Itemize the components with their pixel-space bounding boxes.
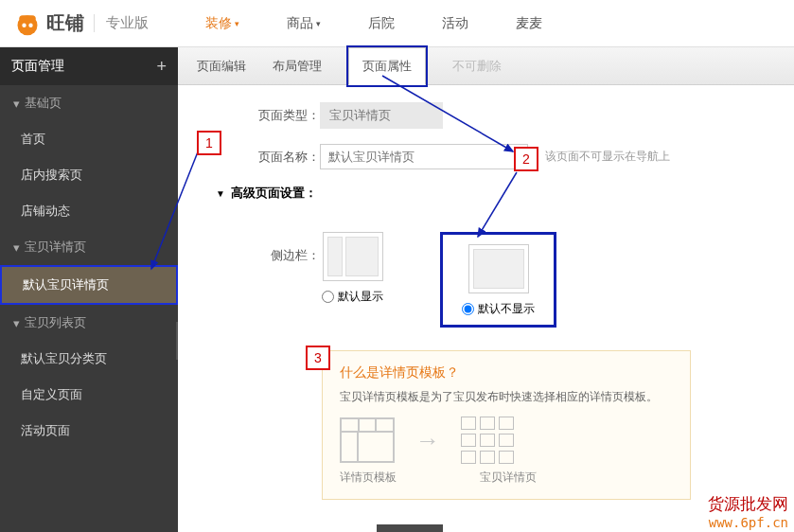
- watermark: 货源批发网 www.6pf.cn: [708, 493, 788, 530]
- arrow-right-icon: →: [415, 426, 440, 455]
- layout-option-show[interactable]: 默认显示: [322, 232, 383, 328]
- logo-icon: [14, 10, 41, 37]
- brand-text: 旺铺: [46, 10, 84, 36]
- svg-point-3: [28, 23, 32, 27]
- topnav-decorate[interactable]: 装修▾: [205, 15, 239, 32]
- callout-1: 1: [197, 131, 221, 155]
- layout-preview-with-sidebar: [323, 232, 383, 281]
- info-panel: 什么是详情页模板？ 宝贝详情页模板是为了宝贝发布时快速选择相应的详情页模板。 →…: [322, 350, 691, 500]
- info-text: 宝贝详情页模板是为了宝贝发布时快速选择相应的详情页模板。: [340, 389, 673, 405]
- add-page-icon[interactable]: +: [156, 57, 167, 77]
- topnav-backyard[interactable]: 后院: [368, 15, 395, 32]
- template-diagram: →: [340, 417, 673, 464]
- diagram-label-pages: 宝贝详情页: [480, 470, 537, 486]
- sidebar-item-custom[interactable]: 自定义页面: [0, 377, 178, 413]
- sidebar-group-itemdetail[interactable]: ▾宝贝详情页: [0, 229, 178, 265]
- caret-down-icon: ▾: [316, 19, 321, 28]
- sidebar-item-home[interactable]: 首页: [0, 121, 178, 157]
- sidebar: 页面管理 + ▾基础页 首页 店内搜索页 店铺动态 ▾宝贝详情页 默认宝贝详情页…: [0, 47, 178, 532]
- topnav-goods[interactable]: 商品▾: [287, 15, 321, 32]
- chevron-down-icon: ▾: [13, 316, 20, 330]
- layout-option-hide[interactable]: 默认不显示: [440, 232, 556, 328]
- info-title: 什么是详情页模板？: [340, 364, 673, 381]
- caret-down-icon: ▾: [235, 19, 239, 28]
- tab-page-edit[interactable]: 页面编辑: [197, 58, 246, 75]
- sidebar-item-activity[interactable]: 活动页面: [0, 413, 178, 449]
- radio-show[interactable]: [322, 291, 334, 303]
- topnav-activity[interactable]: 活动: [442, 15, 468, 32]
- chevron-down-icon: ▾: [13, 97, 20, 111]
- advanced-settings-header[interactable]: ▼高级页面设置：: [216, 185, 756, 202]
- sidebar-option-label: 侧边栏：: [216, 247, 320, 264]
- template-icon: [340, 417, 395, 463]
- tab-layout-manage[interactable]: 布局管理: [273, 58, 322, 75]
- page-name-input[interactable]: [320, 144, 528, 169]
- layout-preview-no-sidebar: [468, 244, 529, 293]
- diagram-label-template: 详情页模板: [340, 470, 397, 486]
- page-name-hint: 该页面不可显示在导航上: [545, 149, 670, 165]
- chevron-down-icon: ▾: [13, 240, 20, 255]
- page-type-value: 宝贝详情页: [320, 102, 443, 129]
- sidebar-group-itemlist[interactable]: ▾宝贝列表页: [0, 305, 178, 341]
- sidebar-item-search[interactable]: 店内搜索页: [0, 157, 178, 193]
- page-name-label: 页面名称：: [216, 149, 320, 166]
- radio-hide[interactable]: [462, 303, 474, 315]
- callout-3: 3: [306, 346, 330, 370]
- sidebar-item-default-cat[interactable]: 默认宝贝分类页: [0, 341, 178, 377]
- topnav-maimai[interactable]: 麦麦: [516, 15, 542, 32]
- save-button[interactable]: 保存: [377, 524, 443, 532]
- edition-label: 专业版: [94, 14, 149, 32]
- svg-point-2: [22, 23, 26, 27]
- callout-2: 2: [514, 147, 538, 171]
- sidebar-header: 页面管理 +: [0, 47, 178, 85]
- sidebar-item-default-detail[interactable]: 默认宝贝详情页: [0, 265, 178, 305]
- svg-rect-1: [19, 15, 36, 22]
- sidebar-group-basic[interactable]: ▾基础页: [0, 85, 178, 121]
- pages-grid-icon: [461, 417, 514, 464]
- tab-no-delete: 不可删除: [452, 58, 502, 75]
- sidebar-item-dynamic[interactable]: 店铺动态: [0, 193, 178, 229]
- page-type-label: 页面类型：: [216, 107, 320, 124]
- logo: 旺铺: [14, 10, 84, 37]
- triangle-down-icon: ▼: [216, 188, 225, 199]
- tab-page-attr[interactable]: 页面属性: [348, 47, 426, 85]
